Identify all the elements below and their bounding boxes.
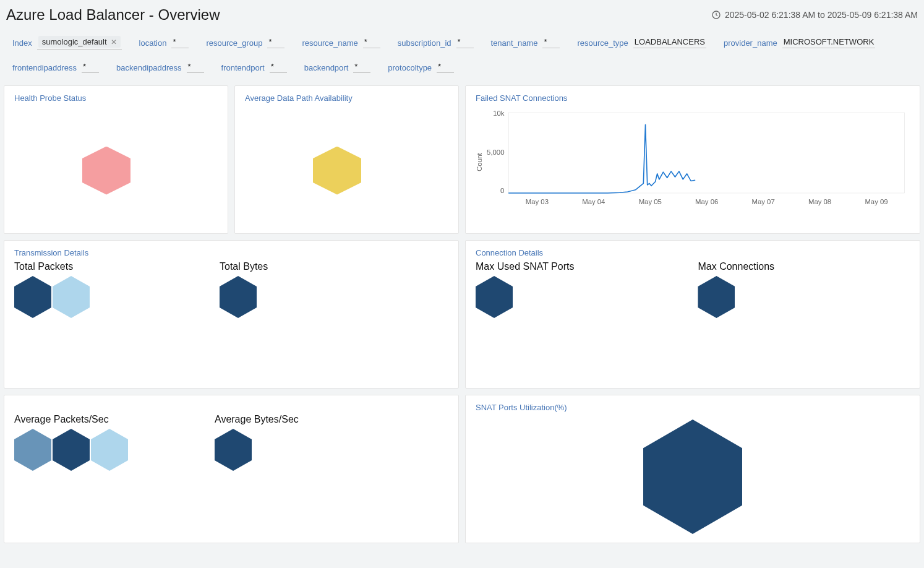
xtick: May 06 <box>695 198 718 205</box>
metric-avg-packets-sec: Average Packets/Sec <box>14 414 128 471</box>
honeycomb-hex[interactable] <box>14 429 51 471</box>
honeycomb-hex[interactable] <box>476 276 513 318</box>
metric-title: Average Bytes/Sec <box>215 414 299 425</box>
filter-resource_name[interactable]: resource_name* <box>302 37 380 48</box>
metric-max-connections: Max Connections <box>698 261 774 318</box>
metric-title: Total Bytes <box>220 261 268 272</box>
filter-label: frontendport <box>221 63 265 72</box>
honeycomb-hex[interactable] <box>91 429 128 471</box>
honeycomb-hex[interactable] <box>215 429 252 471</box>
xtick: May 04 <box>582 198 605 205</box>
panel-connection-details[interactable]: Connection Details Max Used SNAT Ports M… <box>465 240 920 389</box>
filter-chip[interactable]: sumologic_default✕ <box>38 36 121 48</box>
filter-value[interactable]: * <box>187 62 204 73</box>
xtick: May 05 <box>639 198 662 205</box>
panel-health-probe-status[interactable]: Health Probe Status <box>4 85 228 234</box>
panel-snat-ports-utilization[interactable]: SNAT Ports Utilization(%) <box>465 395 920 543</box>
filter-value[interactable]: * <box>363 37 380 48</box>
xtick: May 03 <box>526 198 549 205</box>
panel-rates[interactable]: Average Packets/Sec Average Bytes/Sec <box>4 395 459 543</box>
filter-value[interactable]: MICROSOFT.NETWORK <box>782 37 876 48</box>
metric-title: Average Packets/Sec <box>14 414 128 425</box>
time-range-picker[interactable]: 2025-05-02 6:21:38 AM to 2025-05-09 6:21… <box>711 10 918 20</box>
metric-title: Max Used SNAT Ports <box>476 261 574 272</box>
filter-label: resource_type <box>577 38 628 48</box>
honeycomb-hex[interactable] <box>698 276 735 318</box>
filter-label: frontendipaddress <box>12 63 77 72</box>
metric-title: Max Connections <box>698 261 774 272</box>
panel-transmission-details[interactable]: Transmission Details Total Packets Total… <box>4 240 459 389</box>
time-range-text: 2025-05-02 6:21:38 AM to 2025-05-09 6:21… <box>725 10 918 20</box>
filter-value[interactable]: sumologic_default✕ <box>37 36 122 49</box>
filter-chip-text: sumologic_default <box>42 37 107 46</box>
metric-title: Total Packets <box>14 261 90 272</box>
chart-ylabel: Count <box>476 152 483 171</box>
filter-backendipaddress[interactable]: backendipaddress* <box>116 62 204 73</box>
panel-title: Failed SNAT Connections <box>476 93 910 103</box>
filters-bar: Indexsumologic_default✕location*resource… <box>0 30 924 82</box>
svg-rect-1 <box>509 113 905 193</box>
metric-max-used-snat-ports: Max Used SNAT Ports <box>476 261 574 318</box>
clock-icon <box>711 10 721 20</box>
xtick: May 08 <box>808 198 831 205</box>
filter-subscription_id[interactable]: subscription_id* <box>398 37 474 48</box>
filter-value[interactable]: * <box>267 37 284 48</box>
filter-value[interactable]: * <box>456 37 474 48</box>
filter-frontendport[interactable]: frontendport* <box>221 62 287 73</box>
filter-value[interactable]: * <box>82 62 99 73</box>
filter-label: protocoltype <box>388 63 432 72</box>
filter-resource_type[interactable]: resource_typeLOADBALANCERS <box>577 37 706 48</box>
filter-resource_group[interactable]: resource_group* <box>206 37 284 48</box>
chip-remove-icon[interactable]: ✕ <box>111 38 117 46</box>
panel-title: Transmission Details <box>14 248 448 257</box>
filter-provider_name[interactable]: provider_nameMICROSOFT.NETWORK <box>724 37 875 48</box>
line-chart-failed-snat[interactable]: Count 10k 5,000 0 May 03May 04May 05May … <box>476 106 910 212</box>
filter-label: Index <box>12 38 32 48</box>
filter-value[interactable]: * <box>171 37 189 48</box>
panel-title: Health Probe Status <box>14 93 218 103</box>
filter-protocoltype[interactable]: protocoltype* <box>388 62 454 73</box>
xtick: May 07 <box>752 198 775 205</box>
honeycomb-hex-status[interactable] <box>82 147 130 195</box>
filter-value[interactable]: * <box>542 37 560 48</box>
filter-label: location <box>139 38 167 48</box>
ytick: 0 <box>500 187 504 194</box>
honeycomb-hex[interactable] <box>220 276 257 318</box>
filter-value[interactable]: * <box>353 62 370 73</box>
filter-value[interactable]: * <box>437 62 454 73</box>
ytick: 10k <box>493 110 505 117</box>
filter-label: backendipaddress <box>116 63 182 72</box>
metric-total-bytes: Total Bytes <box>220 261 268 318</box>
filter-label: resource_group <box>206 38 262 48</box>
honeycomb-hex-utilization[interactable] <box>643 420 742 534</box>
filter-value[interactable]: * <box>270 62 287 73</box>
filter-frontendipaddress[interactable]: frontendipaddress* <box>12 62 99 73</box>
panel-title: Average Data Path Availability <box>245 93 448 103</box>
filter-index[interactable]: Indexsumologic_default✕ <box>12 36 122 49</box>
metric-avg-bytes-sec: Average Bytes/Sec <box>215 414 299 471</box>
dashboard-header: Azure Load Balancer - Overview 2025-05-0… <box>0 0 924 30</box>
filter-value[interactable]: LOADBALANCERS <box>633 37 706 48</box>
page-title: Azure Load Balancer - Overview <box>6 6 220 24</box>
xtick: May 09 <box>865 198 888 205</box>
panel-title: SNAT Ports Utilization(%) <box>476 403 910 412</box>
filter-label: backendport <box>304 63 349 72</box>
filter-tenant_name[interactable]: tenant_name* <box>491 37 560 48</box>
honeycomb-hex[interactable] <box>53 429 90 471</box>
filter-location[interactable]: location* <box>139 37 189 48</box>
panel-avg-data-path-availability[interactable]: Average Data Path Availability <box>234 85 459 234</box>
ytick: 5,000 <box>487 148 504 156</box>
panel-failed-snat-connections[interactable]: Failed SNAT Connections Count 10k 5,000 … <box>465 85 920 234</box>
honeycomb-hex[interactable] <box>53 276 90 318</box>
filter-label: resource_name <box>302 38 357 48</box>
panel-title: Connection Details <box>476 248 910 257</box>
metric-total-packets: Total Packets <box>14 261 90 318</box>
filter-label: provider_name <box>724 38 777 48</box>
panel-grid: Health Probe Status Average Data Path Av… <box>0 82 924 568</box>
honeycomb-hex-availability[interactable] <box>313 147 361 195</box>
honeycomb-hex[interactable] <box>14 276 51 318</box>
filter-backendport[interactable]: backendport* <box>304 62 371 73</box>
filter-label: tenant_name <box>491 38 538 48</box>
filter-label: subscription_id <box>398 38 451 48</box>
